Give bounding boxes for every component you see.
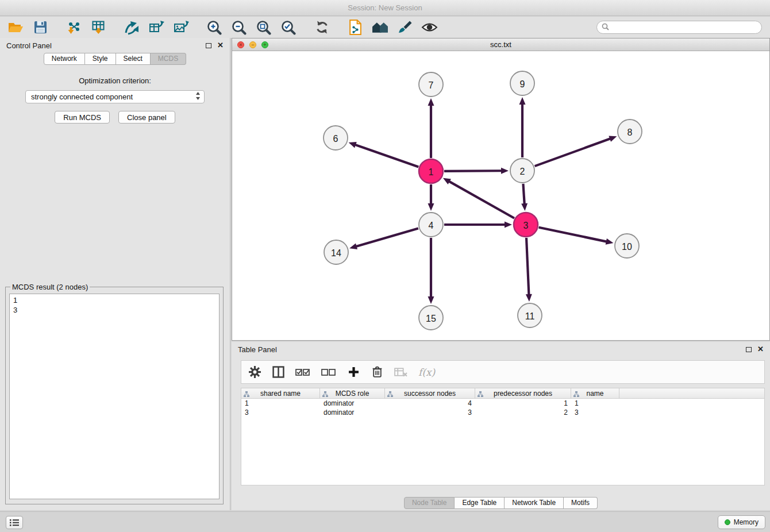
network-window-titlebar[interactable]: × − + scc.txt bbox=[232, 38, 769, 51]
main-toolbar bbox=[0, 17, 770, 38]
zoom-selected-icon[interactable] bbox=[279, 18, 298, 37]
table-tab-network-table[interactable]: Network Table bbox=[505, 497, 564, 509]
table-tab-motifs[interactable]: Motifs bbox=[564, 497, 598, 509]
save-session-icon[interactable] bbox=[30, 18, 50, 37]
column-header-label: name bbox=[586, 390, 603, 398]
function-icon[interactable]: f(x) bbox=[418, 365, 435, 380]
gear-icon[interactable] bbox=[248, 365, 261, 380]
delete-column-icon[interactable] bbox=[371, 365, 383, 380]
close-panel-button[interactable]: Close panel bbox=[118, 111, 175, 124]
network-canvas[interactable]: 7968124314101511 bbox=[232, 51, 769, 340]
network-table-icon[interactable] bbox=[147, 18, 166, 37]
network-node-14[interactable]: 14 bbox=[324, 240, 348, 264]
network-node-11[interactable]: 11 bbox=[518, 303, 542, 327]
table-cell: 3 bbox=[571, 408, 619, 417]
import-table-icon[interactable] bbox=[88, 18, 108, 37]
network-node-1[interactable]: 1 bbox=[419, 159, 443, 183]
network-node-6[interactable]: 6 bbox=[324, 126, 348, 150]
network-edge-1-4[interactable] bbox=[428, 184, 434, 211]
network-edge-4-3[interactable] bbox=[444, 222, 512, 228]
mcds-result-list[interactable]: 13 bbox=[9, 294, 220, 499]
memory-button[interactable]: Memory bbox=[718, 515, 765, 529]
houses-icon[interactable] bbox=[370, 18, 390, 37]
close-window-icon[interactable]: × bbox=[237, 41, 244, 48]
table-header-row: shared nameMCDS rolesuccessor nodesprede… bbox=[241, 388, 764, 399]
dropdown-arrows-icon bbox=[195, 91, 201, 102]
task-list-button[interactable] bbox=[6, 516, 23, 529]
open-session-icon[interactable] bbox=[6, 18, 25, 37]
network-node-8[interactable]: 8 bbox=[618, 119, 642, 144]
network-node-2[interactable]: 2 bbox=[510, 159, 534, 183]
column-header-name[interactable]: name bbox=[571, 388, 619, 398]
control-tab-select[interactable]: Select bbox=[116, 53, 151, 65]
mcds-result-box: MCDS result (2 nodes) 13 bbox=[5, 283, 224, 504]
paintbrush-icon[interactable] bbox=[395, 18, 414, 37]
select-all-icon[interactable] bbox=[295, 365, 310, 380]
table-row[interactable]: 3dominator323 bbox=[241, 408, 764, 417]
network-node-4[interactable]: 4 bbox=[419, 213, 443, 237]
node-label: 11 bbox=[525, 311, 535, 321]
add-column-icon[interactable] bbox=[347, 365, 360, 380]
network-arrows-icon[interactable] bbox=[122, 18, 141, 37]
network-edge-1-2[interactable] bbox=[444, 168, 509, 174]
network-node-3[interactable]: 3 bbox=[514, 213, 538, 237]
eye-icon[interactable] bbox=[419, 18, 439, 37]
column-header-label: shared name bbox=[260, 390, 301, 398]
deselect-all-icon[interactable] bbox=[321, 365, 336, 380]
import-network-icon[interactable] bbox=[64, 18, 83, 37]
network-edge-2-8[interactable] bbox=[535, 136, 617, 166]
node-label: 7 bbox=[429, 80, 434, 90]
column-header-mcds-role[interactable]: MCDS role bbox=[320, 388, 385, 398]
network-edge-4-15[interactable] bbox=[428, 238, 434, 304]
close-panel-icon[interactable]: ✕ bbox=[217, 42, 224, 49]
network-edge-2-9[interactable] bbox=[519, 97, 526, 157]
table-cell: 3 bbox=[241, 408, 320, 417]
table-tab-edge-table[interactable]: Edge Table bbox=[455, 497, 505, 509]
close-table-panel-icon[interactable]: ✕ bbox=[757, 346, 764, 353]
criterion-value: strongly connected component bbox=[31, 92, 133, 101]
search-box[interactable] bbox=[596, 21, 762, 34]
network-edge-2-3[interactable] bbox=[521, 184, 528, 211]
control-panel-title: Control Panel bbox=[6, 41, 52, 50]
network-edge-1-6[interactable] bbox=[349, 142, 419, 167]
column-header-shared-name[interactable]: shared name bbox=[241, 388, 320, 398]
network-node-15[interactable]: 15 bbox=[419, 306, 443, 330]
table-tab-node-table[interactable]: Node Table bbox=[404, 497, 455, 509]
table-cell: dominator bbox=[320, 408, 385, 417]
list-icon bbox=[10, 519, 19, 526]
node-label: 15 bbox=[426, 314, 436, 323]
zoom-in-icon[interactable] bbox=[205, 18, 224, 37]
network-edge-3-1[interactable] bbox=[443, 178, 514, 218]
column-header-label: successor nodes bbox=[404, 390, 456, 398]
network-node-7[interactable]: 7 bbox=[419, 72, 443, 97]
control-tab-mcds[interactable]: MCDS bbox=[151, 53, 186, 65]
float-panel-icon[interactable] bbox=[206, 43, 211, 48]
float-table-panel-icon[interactable] bbox=[746, 347, 752, 352]
minimize-window-icon[interactable]: − bbox=[249, 41, 256, 48]
network-edge-4-14[interactable] bbox=[349, 228, 418, 249]
function-label: f(x) bbox=[418, 367, 435, 378]
run-mcds-button[interactable]: Run MCDS bbox=[55, 111, 110, 124]
zoom-fit-icon[interactable] bbox=[254, 18, 274, 37]
network-edge-3-10[interactable] bbox=[539, 228, 614, 245]
control-tab-network[interactable]: Network bbox=[44, 53, 85, 65]
export-image-icon[interactable] bbox=[171, 18, 191, 37]
columns-icon[interactable] bbox=[272, 365, 284, 380]
document-network-icon[interactable] bbox=[345, 18, 365, 37]
network-node-10[interactable]: 10 bbox=[615, 234, 639, 258]
maximize-window-icon[interactable]: + bbox=[261, 41, 268, 48]
control-tab-style[interactable]: Style bbox=[85, 53, 116, 65]
search-input[interactable] bbox=[612, 23, 757, 32]
zoom-out-icon[interactable] bbox=[229, 18, 249, 37]
delete-table-icon[interactable] bbox=[394, 365, 407, 380]
network-node-9[interactable]: 9 bbox=[510, 71, 534, 95]
network-edge-3-11[interactable] bbox=[526, 238, 532, 302]
network-edge-1-7[interactable] bbox=[428, 98, 434, 158]
column-header-predecessor-nodes[interactable]: predecessor nodes bbox=[475, 388, 571, 398]
optimization-label: Optimization criterion: bbox=[0, 76, 230, 85]
table-row[interactable]: 1dominator411 bbox=[241, 399, 764, 408]
table-toolbar: f(x) bbox=[241, 360, 765, 384]
column-header-successor-nodes[interactable]: successor nodes bbox=[385, 388, 475, 398]
criterion-dropdown[interactable]: strongly connected component bbox=[25, 90, 205, 103]
refresh-icon[interactable] bbox=[312, 18, 332, 37]
